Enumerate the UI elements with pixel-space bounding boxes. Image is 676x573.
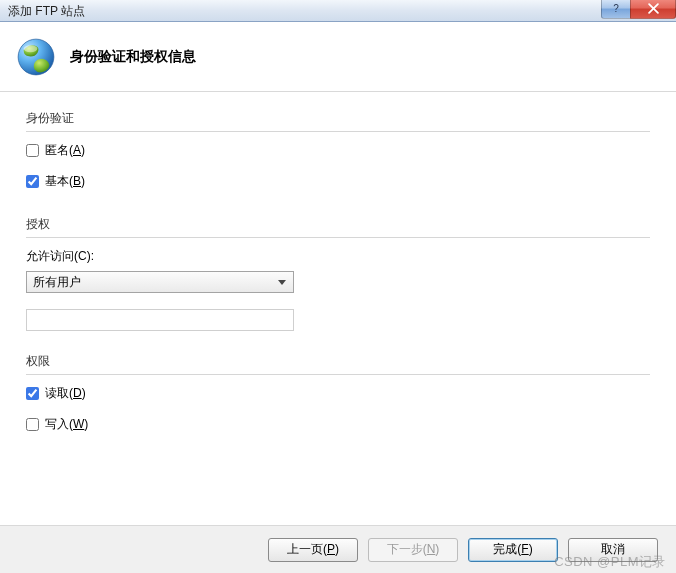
prev-button[interactable]: 上一页(P) — [268, 538, 358, 562]
window-title: 添加 FTP 站点 — [8, 4, 85, 18]
authorize-group-label: 授权 — [26, 216, 650, 233]
combo-dropdown-button[interactable] — [273, 273, 291, 291]
divider — [26, 374, 650, 375]
wizard-header: 身份验证和授权信息 — [0, 22, 676, 92]
close-icon — [648, 3, 659, 14]
perm-write-row: 写入(W) — [26, 416, 650, 433]
allow-access-label: 允许访问(C): — [26, 248, 650, 265]
divider — [26, 131, 650, 132]
perm-read-row: 读取(D) — [26, 385, 650, 402]
authorize-extra-input[interactable] — [26, 309, 294, 331]
basic-label[interactable]: 基本(B) — [45, 173, 85, 190]
globe-icon — [14, 35, 58, 79]
svg-point-1 — [24, 45, 38, 52]
read-checkbox[interactable] — [26, 387, 39, 400]
cancel-button[interactable]: 取消 — [568, 538, 658, 562]
permissions-group-label: 权限 — [26, 353, 650, 370]
auth-group-label: 身份验证 — [26, 110, 650, 127]
write-checkbox[interactable] — [26, 418, 39, 431]
chevron-down-icon — [278, 280, 286, 285]
allow-access-combo[interactable]: 所有用户 — [26, 271, 294, 293]
write-label[interactable]: 写入(W) — [45, 416, 88, 433]
help-icon: ? — [613, 0, 619, 20]
read-label[interactable]: 读取(D) — [45, 385, 86, 402]
page-title: 身份验证和授权信息 — [70, 48, 196, 66]
combo-selected-text: 所有用户 — [33, 274, 273, 291]
auth-anonymous-row: 匿名(A) — [26, 142, 650, 159]
finish-button[interactable]: 完成(F) — [468, 538, 558, 562]
close-button[interactable] — [630, 0, 676, 19]
basic-checkbox[interactable] — [26, 175, 39, 188]
wizard-footer: 上一页(P) 下一步(N) 完成(F) 取消 — [0, 525, 676, 573]
window-buttons: ? — [602, 0, 676, 19]
wizard-content: 身份验证 匿名(A) 基本(B) 授权 允许访问(C): 所有用户 权限 读取(… — [0, 92, 676, 524]
divider — [26, 237, 650, 238]
next-button: 下一步(N) — [368, 538, 458, 562]
auth-basic-row: 基本(B) — [26, 173, 650, 190]
anonymous-label[interactable]: 匿名(A) — [45, 142, 85, 159]
anonymous-checkbox[interactable] — [26, 144, 39, 157]
help-button[interactable]: ? — [601, 0, 631, 19]
window-titlebar: 添加 FTP 站点 ? — [0, 0, 676, 22]
